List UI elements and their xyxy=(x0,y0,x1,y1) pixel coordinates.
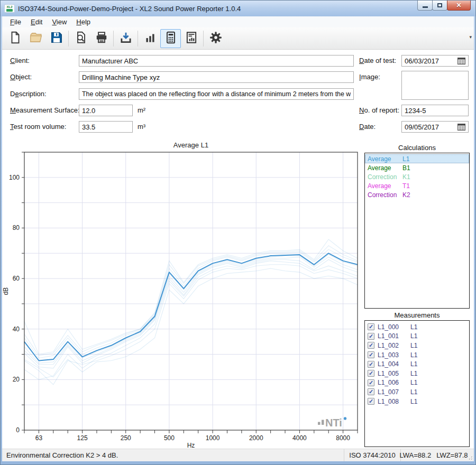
measurement-l1_008[interactable]: ✓L1_008L1 xyxy=(365,397,469,406)
close-button[interactable]: ✕ xyxy=(447,1,471,11)
measurements-list: ✓L1_000L1✓L1_001L1✓L1_002L1✓L1_003L1✓L1_… xyxy=(364,320,470,447)
measurement-checkbox[interactable]: ✓ xyxy=(368,323,374,330)
svg-text:60: 60 xyxy=(13,275,20,282)
close-icon: ✕ xyxy=(456,2,461,8)
menu-edit[interactable]: Edit xyxy=(26,17,47,26)
status-standard: ISO 3744:2010 xyxy=(344,451,400,459)
chart-ylabel: dB xyxy=(2,287,10,295)
print-button[interactable] xyxy=(91,29,112,48)
image-box[interactable] xyxy=(401,71,469,100)
open-folder-icon xyxy=(29,31,43,46)
print-icon xyxy=(95,31,108,46)
svg-text:63: 63 xyxy=(35,434,43,442)
test-room-volume-label: Test room volume: xyxy=(10,121,66,133)
new-project-button[interactable] xyxy=(5,29,25,48)
calculation-k1[interactable]: CorrectionK1 xyxy=(365,172,469,181)
measurement-checkbox[interactable]: ✓ xyxy=(368,370,374,377)
object-input[interactable] xyxy=(79,71,354,83)
measurement-surface-input[interactable] xyxy=(79,105,133,116)
restore-icon xyxy=(437,3,442,7)
date-of-test-label: Date of test: xyxy=(359,55,396,67)
svg-text:4000: 4000 xyxy=(292,434,307,442)
menu-view[interactable]: View xyxy=(47,17,71,26)
date-of-test-field xyxy=(401,55,469,67)
report-icon xyxy=(185,31,198,46)
measurement-checkbox[interactable]: ✓ xyxy=(368,388,374,395)
measurement-l1_007[interactable]: ✓L1_007L1 xyxy=(365,387,469,397)
measurement-checkbox[interactable]: ✓ xyxy=(368,342,374,349)
print-preview-button[interactable] xyxy=(70,29,91,48)
measurement-l1_002[interactable]: ✓L1_002L1 xyxy=(365,341,469,350)
no-of-report-input[interactable] xyxy=(401,105,469,116)
settings-gear-icon xyxy=(209,31,223,46)
toolbar-overflow-button[interactable]: ▾ xyxy=(469,35,472,40)
calendar-icon xyxy=(457,124,465,131)
date-input[interactable] xyxy=(402,122,454,132)
calculation-b1[interactable]: AverageB1 xyxy=(365,163,469,172)
series-l1_007 xyxy=(24,246,358,356)
svg-text:40: 40 xyxy=(13,326,20,333)
svg-text:1000: 1000 xyxy=(206,434,220,442)
test-room-volume-input[interactable] xyxy=(79,121,133,133)
calculation-name: Correction xyxy=(368,173,402,181)
toolbar-separator xyxy=(68,31,69,46)
resize-grip[interactable] xyxy=(467,454,473,461)
series-l1_002 xyxy=(24,268,358,377)
svg-text:8000: 8000 xyxy=(336,434,350,442)
measurement-checkbox[interactable]: ✓ xyxy=(368,398,374,405)
settings-button[interactable] xyxy=(205,29,226,48)
measurement-l1_001[interactable]: ✓L1_001L1 xyxy=(365,332,469,341)
series-l1_005 xyxy=(24,257,358,364)
average-l1-chart: NTi 020406080100631252505001000200040008… xyxy=(2,140,367,449)
chart-title: Average L1 xyxy=(173,141,208,149)
calculator-icon xyxy=(164,31,178,46)
client-input[interactable] xyxy=(79,55,354,67)
import-button[interactable] xyxy=(115,29,136,48)
calculation-k2[interactable]: CorrectionK2 xyxy=(365,190,469,199)
title-bar[interactable]: XL2 ISO3744-Sound-Power-Demo-Project - X… xyxy=(1,1,475,16)
report-view-button[interactable] xyxy=(181,29,202,48)
date-calendar-button[interactable] xyxy=(454,122,468,132)
date-of-test-input[interactable] xyxy=(402,55,454,66)
series-l1_000 xyxy=(24,259,358,368)
open-project-button[interactable] xyxy=(25,29,46,48)
measurement-checkbox[interactable]: ✓ xyxy=(368,361,374,368)
minimize-button[interactable] xyxy=(417,1,433,11)
series-l1_001 xyxy=(24,239,358,355)
svg-text:NTi: NTi xyxy=(325,417,342,429)
restore-button[interactable] xyxy=(432,1,447,11)
measurement-surface-unit: m² xyxy=(138,106,145,114)
date-of-test-calendar-button[interactable] xyxy=(454,55,468,66)
measurement-l1_006[interactable]: ✓L1_006L1 xyxy=(365,378,469,388)
description-input[interactable] xyxy=(79,88,354,100)
measurement-checkbox[interactable]: ✓ xyxy=(368,379,374,386)
no-of-report-label: No. of report: xyxy=(359,105,399,116)
calculation-code: B1 xyxy=(402,164,410,172)
measurement-l1_003[interactable]: ✓L1_003L1 xyxy=(365,350,469,360)
measurement-type: L1 xyxy=(410,332,417,340)
menu-bar: FileEditViewHelp xyxy=(2,16,474,27)
calculation-name: Correction xyxy=(368,191,402,199)
measurements-view-button[interactable] xyxy=(140,29,160,48)
calculation-t1[interactable]: AverageT1 xyxy=(365,181,469,190)
measurement-type: L1 xyxy=(410,398,417,405)
menu-file[interactable]: File xyxy=(5,17,26,26)
measurements-title: Measurements xyxy=(364,311,470,319)
menu-help[interactable]: Help xyxy=(71,17,95,26)
measurement-type: L1 xyxy=(410,323,417,331)
measurement-l1_000[interactable]: ✓L1_000L1 xyxy=(365,322,469,332)
save-project-button[interactable] xyxy=(46,29,67,48)
object-label: Object: xyxy=(10,71,32,83)
test-room-volume-unit: m³ xyxy=(138,123,145,131)
app-icon: XL2 xyxy=(4,4,15,13)
calculations-title: Calculations xyxy=(364,144,470,152)
image-label: Image: xyxy=(359,71,380,83)
measurement-checkbox[interactable]: ✓ xyxy=(368,333,374,340)
calculation-l1[interactable]: AverageL1 xyxy=(365,154,469,163)
status-message: Environmental Correction K2 > 4 dB. xyxy=(2,451,344,459)
measurement-l1_005[interactable]: ✓L1_005L1 xyxy=(365,369,469,378)
measurement-checkbox[interactable]: ✓ xyxy=(368,351,374,358)
measurement-l1_004[interactable]: ✓L1_004L1 xyxy=(365,359,469,369)
toolbar-separator xyxy=(138,31,138,46)
calculations-view-button[interactable] xyxy=(160,29,181,48)
